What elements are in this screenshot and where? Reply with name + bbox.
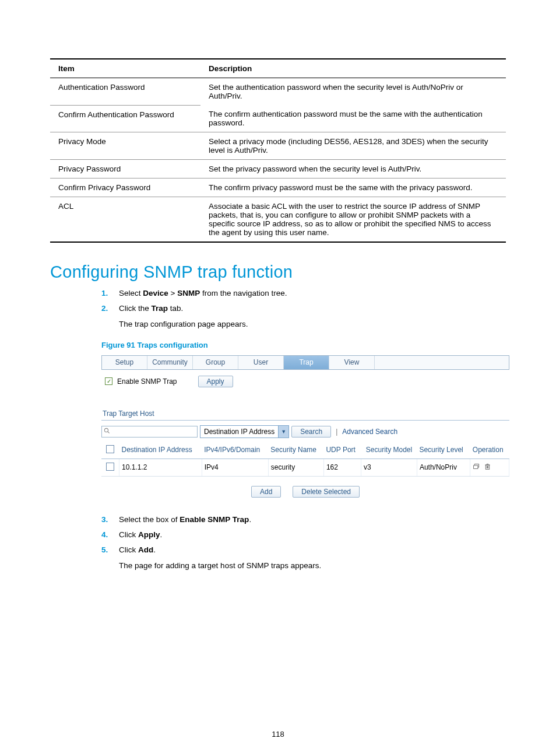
enable-snmp-trap-label: Enable SNMP Trap bbox=[117, 377, 177, 386]
apply-button[interactable]: Apply bbox=[198, 376, 233, 387]
step-item: 5. Click Add. bbox=[101, 544, 506, 556]
select-all-checkbox[interactable] bbox=[106, 445, 114, 453]
th-secname: Security Name bbox=[268, 442, 323, 459]
th-operation: Operation bbox=[470, 442, 509, 459]
tab-community[interactable]: Community bbox=[147, 356, 193, 369]
search-button[interactable]: Search bbox=[291, 426, 331, 438]
th-udpport: UDP Port bbox=[323, 442, 361, 459]
chevron-down-icon: ▼ bbox=[278, 426, 288, 438]
trash-icon[interactable] bbox=[484, 463, 491, 472]
row-item: Confirm Authentication Password bbox=[50, 105, 200, 132]
ui-figure: Setup Community Group User Trap View ✓ E… bbox=[101, 355, 509, 498]
parameter-table: Item Description Authentication Password… bbox=[50, 58, 506, 243]
ui-tabs: Setup Community Group User Trap View bbox=[101, 355, 509, 369]
delete-selected-button[interactable]: Delete Selected bbox=[293, 486, 360, 498]
step-sub-text: The trap configuration page appears. bbox=[119, 318, 506, 330]
step-sub-text: The page for adding a target host of SNM… bbox=[119, 560, 506, 572]
th-select-all[interactable] bbox=[101, 442, 119, 459]
row-item: Confirm Privacy Password bbox=[50, 178, 200, 197]
row-desc: The confirm authentication password must… bbox=[200, 105, 506, 132]
cell-domain: IPv4 bbox=[202, 459, 268, 476]
tab-view[interactable]: View bbox=[329, 356, 375, 369]
tab-user[interactable]: User bbox=[238, 356, 284, 369]
steps-list-2: 3. Select the box of Enable SNMP Trap. 4… bbox=[101, 514, 506, 556]
row-desc: The confirm privacy password must be the… bbox=[200, 178, 506, 197]
row-desc: Set the privacy password when the securi… bbox=[200, 160, 506, 178]
cell-ip: 10.1.1.2 bbox=[119, 459, 202, 476]
add-button[interactable]: Add bbox=[251, 486, 281, 498]
button-row: Add Delete Selected bbox=[101, 486, 509, 498]
trap-hosts-table: Destination IP Address IPv4/IPv6/Domain … bbox=[101, 442, 509, 477]
row-item: Authentication Password bbox=[50, 78, 200, 106]
th-secmodel: Security Model bbox=[361, 442, 417, 459]
cell-operation bbox=[470, 459, 509, 476]
row-item: Privacy Password bbox=[50, 160, 200, 178]
search-field-select[interactable]: Destination IP Address ▼ bbox=[200, 425, 289, 438]
cell-secname: security bbox=[268, 459, 323, 476]
edit-icon[interactable] bbox=[473, 463, 480, 472]
cell-level: Auth/NoPriv bbox=[417, 459, 470, 476]
step-item: 2. Click the Trap tab. bbox=[101, 303, 506, 314]
th-dest-ip: Destination IP Address bbox=[119, 442, 202, 459]
th-domain: IPv4/IPv6/Domain bbox=[202, 442, 268, 459]
step-item: 1. Select Device > SNMP from the navigat… bbox=[101, 288, 506, 299]
step-item: 3. Select the box of Enable SNMP Trap. bbox=[101, 514, 506, 526]
svg-line-1 bbox=[108, 432, 110, 433]
table-row: 10.1.1.2 IPv4 security 162 v3 Auth/NoPri… bbox=[101, 459, 509, 476]
search-icon bbox=[104, 428, 110, 436]
steps-list: 1. Select Device > SNMP from the navigat… bbox=[101, 288, 506, 315]
cell-port: 162 bbox=[323, 459, 361, 476]
tab-trap[interactable]: Trap bbox=[284, 356, 329, 369]
trap-target-host-label: Trap Target Host bbox=[103, 410, 509, 418]
enable-snmp-trap-checkbox[interactable]: ✓ bbox=[105, 377, 112, 385]
enable-row: ✓ Enable SNMP Trap Apply bbox=[101, 370, 509, 393]
search-bar: Destination IP Address ▼ Search | Advanc… bbox=[101, 425, 509, 438]
row-item: Privacy Mode bbox=[50, 132, 200, 160]
svg-rect-2 bbox=[474, 466, 478, 469]
th-desc: Description bbox=[200, 59, 506, 78]
search-input[interactable] bbox=[101, 426, 198, 438]
page-number: 118 bbox=[0, 730, 556, 738]
section-heading: Configuring SNMP trap function bbox=[50, 262, 506, 282]
row-desc: Associate a basic ACL with the user to r… bbox=[200, 197, 506, 243]
step-item: 4. Click Apply. bbox=[101, 529, 506, 541]
svg-point-0 bbox=[104, 428, 108, 432]
row-desc: Set the authentication password when the… bbox=[200, 78, 506, 106]
tab-setup[interactable]: Setup bbox=[102, 356, 147, 369]
th-seclevel: Security Level bbox=[417, 442, 470, 459]
tab-group[interactable]: Group bbox=[193, 356, 238, 369]
row-item: ACL bbox=[50, 197, 200, 243]
th-item: Item bbox=[50, 59, 200, 78]
advanced-search-link[interactable]: Advanced Search bbox=[342, 428, 397, 436]
figure-caption: Figure 91 Traps configuration bbox=[101, 341, 506, 349]
row-checkbox[interactable] bbox=[106, 463, 114, 471]
row-desc: Select a privacy mode (including DES56, … bbox=[200, 132, 506, 160]
cell-model: v3 bbox=[361, 459, 417, 476]
